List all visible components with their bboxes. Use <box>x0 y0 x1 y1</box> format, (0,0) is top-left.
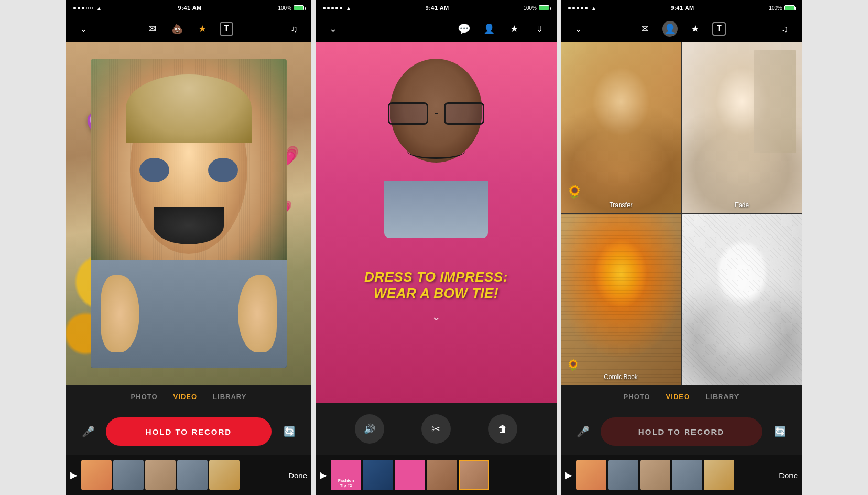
film-thumb-1-2[interactable] <box>113 460 144 490</box>
signal-dot-1 <box>73 7 76 9</box>
camera-view-1: 💜 💗 💗 <box>66 42 311 385</box>
mic-icon-1[interactable]: 🎤 <box>79 422 97 441</box>
filter-cell-bw[interactable] <box>682 214 802 385</box>
wifi-icon: ▲ <box>96 5 102 11</box>
text-icon-3[interactable]: T <box>712 22 726 36</box>
filters-icon-3[interactable]: 👤 <box>662 21 678 37</box>
signal-dot-3 <box>82 7 84 9</box>
video-mode-tab-1[interactable]: VIDEO <box>173 393 197 401</box>
chat-icon-3[interactable]: ✉ <box>637 21 653 37</box>
music-icon-3[interactable]: ♫ <box>777 21 793 37</box>
signal-dot-4 <box>86 7 89 9</box>
record-button-3[interactable]: HOLD TO RECORD <box>601 417 762 446</box>
fade-label: Fade <box>682 201 802 209</box>
filmstrip-3: ▶ Done <box>561 455 802 495</box>
play-button-2[interactable]: ▶ <box>320 469 327 481</box>
signal-dot-2-1 <box>323 7 326 9</box>
comic-filter-view: 💜 💗 💗 <box>66 42 311 385</box>
collapse-chevron[interactable]: ⌄ <box>431 310 441 324</box>
film-thumb-1-5[interactable] <box>209 460 240 490</box>
trim-button[interactable]: ✂ <box>421 414 451 444</box>
text-icon-1[interactable]: T <box>220 22 233 36</box>
filmstrip-1: ▶ Done <box>66 455 311 495</box>
chevron-down-icon-3[interactable]: ⌄ <box>570 21 586 37</box>
signal-dot-2-2 <box>327 7 330 9</box>
battery-pct-3: 100% <box>768 5 782 11</box>
play-button-3[interactable]: ▶ <box>565 469 572 481</box>
sunflower-icon-1: 🌻 <box>567 185 582 199</box>
film-thumb-2-2[interactable] <box>363 460 393 490</box>
battery-pct-2: 100% <box>523 5 537 11</box>
battery-icon-3 <box>784 5 795 10</box>
status-right-icons-2: 100% <box>523 5 549 11</box>
person-icon-2[interactable]: 👤 <box>481 21 497 37</box>
signal-dot-3-4 <box>581 7 583 9</box>
comic-label: Comic Book <box>561 373 681 381</box>
status-bar-3: ▲ 9:41 AM 100% <box>561 0 802 16</box>
film-thumb-2-4[interactable] <box>427 460 457 490</box>
toolbar-icons-group-3: ✉ 👤 ★ T <box>637 21 726 37</box>
phone-1: ▲ 9:41 AM 100% ⌄ ✉ 💩 ★ T ♫ 💜 💗 💗 <box>66 0 311 495</box>
signal-dot-3-2 <box>572 7 575 9</box>
chevron-down-icon-2[interactable]: ⌄ <box>325 21 341 37</box>
star-icon-2[interactable]: ★ <box>506 21 522 37</box>
video-playback-view: DRESS TO IMPRESS:WEAR A BOW TIE! ⌄ <box>316 42 557 403</box>
film-thumb-3-5[interactable] <box>704 460 734 490</box>
film-thumb-1-4[interactable] <box>177 460 208 490</box>
film-thumb-1-3[interactable] <box>145 460 176 490</box>
photo-mode-tab-3[interactable]: PHOTO <box>624 393 650 401</box>
film-thumb-3-2[interactable] <box>608 460 638 490</box>
filter-cell-fade[interactable]: Fade <box>682 42 802 213</box>
flip-camera-icon-3[interactable]: 🔄 <box>771 422 789 441</box>
done-label-3[interactable]: Done <box>779 471 798 480</box>
record-button-1[interactable]: HOLD TO RECORD <box>106 417 272 446</box>
sunflower-icon-2: 🌻 <box>567 359 580 371</box>
status-bar-1: ▲ 9:41 AM 100% <box>66 0 311 16</box>
done-label-1[interactable]: Done <box>288 471 307 480</box>
filmstrip-2: ▶ FashionTip #2 <box>316 455 557 495</box>
film-thumb-1-1[interactable] <box>81 460 112 490</box>
film-thumb-2-5[interactable] <box>459 460 489 490</box>
fashion-label: FashionTip #2 <box>332 479 360 488</box>
delete-button[interactable]: 🗑 <box>488 414 517 444</box>
video-mode-tab-3[interactable]: VIDEO <box>666 393 690 401</box>
flip-camera-icon-1[interactable]: 🔄 <box>280 422 299 441</box>
chevron-down-icon-1[interactable]: ⌄ <box>75 21 91 37</box>
play-button-1[interactable]: ▶ <box>70 469 78 481</box>
library-mode-tab-1[interactable]: LIBRARY <box>213 393 246 401</box>
film-thumb-3-3[interactable] <box>640 460 670 490</box>
battery-fill-3 <box>785 6 794 10</box>
film-thumb-2-1[interactable]: FashionTip #2 <box>331 460 361 490</box>
signal-dots-3: ▲ <box>568 5 596 11</box>
battery-pct-1: 100% <box>278 5 291 11</box>
star-icon-3[interactable]: ★ <box>687 21 703 37</box>
battery-icon-1 <box>294 5 304 10</box>
chat-icon-1[interactable]: ✉ <box>144 21 160 37</box>
photo-mode-tab-1[interactable]: PHOTO <box>131 393 158 401</box>
signal-dot-5 <box>90 7 93 9</box>
poop-icon-1[interactable]: 💩 <box>169 21 185 37</box>
film-thumb-3-1[interactable] <box>576 460 606 490</box>
signal-dot-2 <box>78 7 80 9</box>
filter-cell-comic[interactable]: 🌻 Comic Book <box>561 214 681 385</box>
signal-dots-2: ▲ <box>323 5 351 11</box>
wifi-icon-3: ▲ <box>591 5 596 11</box>
film-thumb-3-4[interactable] <box>672 460 702 490</box>
library-mode-tab-3[interactable]: LIBRARY <box>706 393 739 401</box>
mic-icon-3[interactable]: 🎤 <box>573 422 592 441</box>
toolbar-3: ⌄ ✉ 👤 ★ T ♫ <box>561 16 802 42</box>
volume-button[interactable]: 🔊 <box>355 414 384 444</box>
star-icon-1[interactable]: ★ <box>194 21 210 37</box>
chat-icon-2[interactable]: 💬 <box>456 21 472 37</box>
wifi-icon-2: ▲ <box>346 5 351 11</box>
time-display-1: 9:41 AM <box>178 5 202 11</box>
filter-cell-transfer[interactable]: 🌻 Transfer <box>561 42 681 213</box>
status-bar-2: ▲ 9:41 AM 100% <box>316 0 557 16</box>
camera-view-3: 🌻 Transfer Fade 🌻 <box>561 42 802 385</box>
film-thumb-2-3[interactable] <box>395 460 425 490</box>
status-right-icons-1: 100% <box>278 5 304 11</box>
video-controls: 🔊 ✂ 🗑 <box>316 403 557 455</box>
download-icon-2[interactable]: ⇓ <box>531 21 547 37</box>
music-icon-1[interactable]: ♫ <box>286 21 302 37</box>
mode-selector-1: PHOTO VIDEO LIBRARY <box>66 385 311 408</box>
